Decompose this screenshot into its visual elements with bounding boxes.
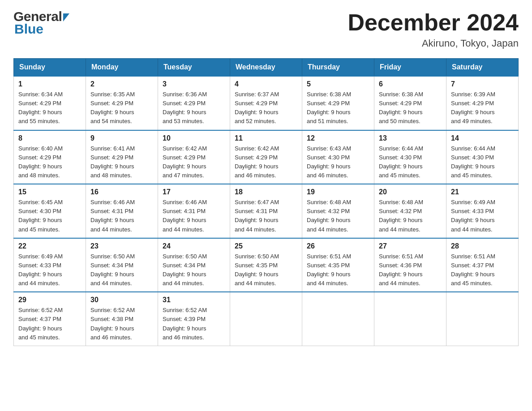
day-cell-14: 14Sunrise: 6:44 AMSunset: 4:30 PMDayligh…	[446, 130, 519, 184]
day-info: Sunrise: 6:51 AMSunset: 4:36 PMDaylight:…	[379, 252, 442, 288]
day-info: Sunrise: 6:52 AMSunset: 4:37 PMDaylight:…	[18, 306, 81, 342]
day-cell-2: 2Sunrise: 6:35 AMSunset: 4:29 PMDaylight…	[86, 76, 158, 130]
day-info: Sunrise: 6:47 AMSunset: 4:31 PMDaylight:…	[235, 198, 297, 234]
empty-cell	[446, 292, 519, 346]
day-cell-1: 1Sunrise: 6:34 AMSunset: 4:29 PMDaylight…	[14, 76, 86, 130]
calendar-subtitle: Akiruno, Tokyo, Japan	[348, 38, 519, 49]
day-cell-13: 13Sunrise: 6:44 AMSunset: 4:30 PMDayligh…	[374, 130, 446, 184]
column-header-thursday: Thursday	[302, 59, 374, 77]
day-number: 20	[379, 188, 442, 196]
day-cell-5: 5Sunrise: 6:38 AMSunset: 4:29 PMDaylight…	[302, 76, 374, 130]
day-info: Sunrise: 6:42 AMSunset: 4:29 PMDaylight:…	[163, 144, 225, 180]
day-info: Sunrise: 6:38 AMSunset: 4:29 PMDaylight:…	[379, 90, 442, 126]
day-cell-9: 9Sunrise: 6:41 AMSunset: 4:29 PMDaylight…	[86, 130, 158, 184]
day-number: 19	[307, 188, 369, 196]
day-info: Sunrise: 6:40 AMSunset: 4:29 PMDaylight:…	[18, 144, 81, 180]
day-number: 17	[163, 188, 225, 196]
calendar-table: SundayMondayTuesdayWednesdayThursdayFrid…	[13, 58, 519, 346]
week-row-2: 8Sunrise: 6:40 AMSunset: 4:29 PMDaylight…	[14, 130, 519, 184]
day-cell-3: 3Sunrise: 6:36 AMSunset: 4:29 PMDaylight…	[158, 76, 230, 130]
column-header-tuesday: Tuesday	[158, 59, 230, 77]
day-number: 29	[18, 296, 81, 304]
logo-blue-text: Blue	[13, 21, 69, 37]
day-number: 16	[90, 188, 153, 196]
day-info: Sunrise: 6:50 AMSunset: 4:35 PMDaylight:…	[235, 252, 297, 288]
day-number: 4	[235, 80, 297, 88]
day-cell-31: 31Sunrise: 6:52 AMSunset: 4:39 PMDayligh…	[158, 292, 230, 346]
column-header-sunday: Sunday	[14, 59, 86, 77]
day-cell-6: 6Sunrise: 6:38 AMSunset: 4:29 PMDaylight…	[374, 76, 446, 130]
day-number: 3	[163, 80, 225, 88]
calendar-title: December 2024	[348, 9, 519, 36]
day-info: Sunrise: 6:52 AMSunset: 4:38 PMDaylight:…	[90, 306, 153, 342]
day-number: 21	[451, 188, 514, 196]
day-info: Sunrise: 6:50 AMSunset: 4:34 PMDaylight:…	[90, 252, 153, 288]
day-cell-12: 12Sunrise: 6:43 AMSunset: 4:30 PMDayligh…	[302, 130, 374, 184]
week-row-4: 22Sunrise: 6:49 AMSunset: 4:33 PMDayligh…	[14, 238, 519, 292]
day-info: Sunrise: 6:51 AMSunset: 4:35 PMDaylight:…	[307, 252, 369, 288]
empty-cell	[374, 292, 446, 346]
day-number: 8	[18, 134, 81, 142]
day-info: Sunrise: 6:52 AMSunset: 4:39 PMDaylight:…	[163, 306, 225, 342]
title-block: December 2024 Akiruno, Tokyo, Japan	[348, 9, 519, 49]
day-info: Sunrise: 6:35 AMSunset: 4:29 PMDaylight:…	[90, 90, 153, 126]
empty-cell	[230, 292, 302, 346]
day-info: Sunrise: 6:46 AMSunset: 4:31 PMDaylight:…	[90, 198, 153, 234]
day-cell-17: 17Sunrise: 6:46 AMSunset: 4:31 PMDayligh…	[158, 184, 230, 238]
day-cell-8: 8Sunrise: 6:40 AMSunset: 4:29 PMDaylight…	[14, 130, 86, 184]
calendar-header-row: SundayMondayTuesdayWednesdayThursdayFrid…	[14, 59, 519, 77]
day-cell-4: 4Sunrise: 6:37 AMSunset: 4:29 PMDaylight…	[230, 76, 302, 130]
day-cell-10: 10Sunrise: 6:42 AMSunset: 4:29 PMDayligh…	[158, 130, 230, 184]
day-cell-26: 26Sunrise: 6:51 AMSunset: 4:35 PMDayligh…	[302, 238, 374, 292]
day-cell-23: 23Sunrise: 6:50 AMSunset: 4:34 PMDayligh…	[86, 238, 158, 292]
day-cell-20: 20Sunrise: 6:48 AMSunset: 4:32 PMDayligh…	[374, 184, 446, 238]
day-info: Sunrise: 6:38 AMSunset: 4:29 PMDaylight:…	[307, 90, 369, 126]
page-header: General Blue December 2024 Akiruno, Toky…	[13, 9, 519, 49]
day-cell-11: 11Sunrise: 6:42 AMSunset: 4:29 PMDayligh…	[230, 130, 302, 184]
day-number: 22	[18, 242, 81, 250]
logo-triangle-icon	[63, 13, 69, 21]
day-number: 28	[451, 242, 514, 250]
day-cell-29: 29Sunrise: 6:52 AMSunset: 4:37 PMDayligh…	[14, 292, 86, 346]
day-cell-16: 16Sunrise: 6:46 AMSunset: 4:31 PMDayligh…	[86, 184, 158, 238]
empty-cell	[302, 292, 374, 346]
day-number: 6	[379, 80, 442, 88]
day-number: 9	[90, 134, 153, 142]
day-info: Sunrise: 6:48 AMSunset: 4:32 PMDaylight:…	[307, 198, 369, 234]
column-header-friday: Friday	[374, 59, 446, 77]
day-info: Sunrise: 6:43 AMSunset: 4:30 PMDaylight:…	[307, 144, 369, 180]
day-number: 25	[235, 242, 297, 250]
day-cell-30: 30Sunrise: 6:52 AMSunset: 4:38 PMDayligh…	[86, 292, 158, 346]
day-cell-15: 15Sunrise: 6:45 AMSunset: 4:30 PMDayligh…	[14, 184, 86, 238]
column-header-wednesday: Wednesday	[230, 59, 302, 77]
day-info: Sunrise: 6:37 AMSunset: 4:29 PMDaylight:…	[235, 90, 297, 126]
day-number: 13	[379, 134, 442, 142]
day-info: Sunrise: 6:45 AMSunset: 4:30 PMDaylight:…	[18, 198, 81, 234]
week-row-3: 15Sunrise: 6:45 AMSunset: 4:30 PMDayligh…	[14, 184, 519, 238]
day-number: 31	[163, 296, 225, 304]
day-cell-24: 24Sunrise: 6:50 AMSunset: 4:34 PMDayligh…	[158, 238, 230, 292]
day-info: Sunrise: 6:51 AMSunset: 4:37 PMDaylight:…	[451, 252, 514, 288]
logo: General Blue	[13, 9, 69, 37]
week-row-5: 29Sunrise: 6:52 AMSunset: 4:37 PMDayligh…	[14, 292, 519, 346]
day-info: Sunrise: 6:48 AMSunset: 4:32 PMDaylight:…	[379, 198, 442, 234]
day-number: 27	[379, 242, 442, 250]
day-number: 10	[163, 134, 225, 142]
day-number: 12	[307, 134, 369, 142]
day-info: Sunrise: 6:41 AMSunset: 4:29 PMDaylight:…	[90, 144, 153, 180]
column-header-monday: Monday	[86, 59, 158, 77]
day-cell-18: 18Sunrise: 6:47 AMSunset: 4:31 PMDayligh…	[230, 184, 302, 238]
day-number: 23	[90, 242, 153, 250]
day-info: Sunrise: 6:49 AMSunset: 4:33 PMDaylight:…	[18, 252, 81, 288]
day-info: Sunrise: 6:44 AMSunset: 4:30 PMDaylight:…	[379, 144, 442, 180]
day-info: Sunrise: 6:34 AMSunset: 4:29 PMDaylight:…	[18, 90, 81, 126]
day-number: 1	[18, 80, 81, 88]
day-cell-7: 7Sunrise: 6:39 AMSunset: 4:29 PMDaylight…	[446, 76, 519, 130]
day-info: Sunrise: 6:46 AMSunset: 4:31 PMDaylight:…	[163, 198, 225, 234]
day-number: 18	[235, 188, 297, 196]
day-info: Sunrise: 6:39 AMSunset: 4:29 PMDaylight:…	[451, 90, 514, 126]
day-number: 14	[451, 134, 514, 142]
day-number: 24	[163, 242, 225, 250]
column-header-saturday: Saturday	[446, 59, 519, 77]
day-info: Sunrise: 6:36 AMSunset: 4:29 PMDaylight:…	[163, 90, 225, 126]
